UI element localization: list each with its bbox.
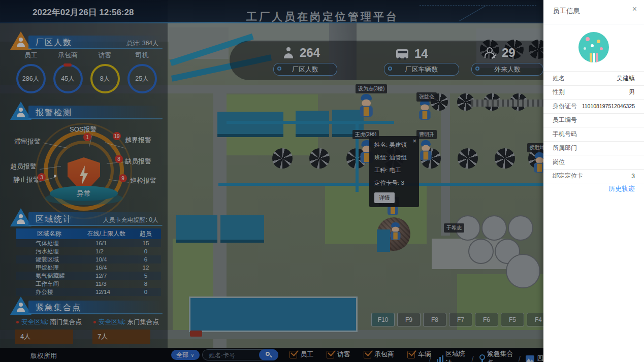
employee-info-panel: 员工信息 × 姓名 吴建镇 性别 男 身份证号 1101081975120463…: [543, 0, 644, 362]
bottom-menus: / 区域统计 / 紧急集合点 / 四: [429, 349, 543, 362]
region-table: 区域名称 在线/上限人数 超员 气体处理 16/1 15 污水处理 1/2 0 …: [16, 228, 161, 296]
table-row: 氨气储藏罐 12/7 5: [16, 272, 161, 280]
menu-region-stats[interactable]: 区域统计: [436, 349, 466, 362]
table-row: 气体处理 16/1 15: [16, 239, 161, 247]
donut-value: 25人: [130, 66, 155, 91]
alarm-label-understaff: 缺员报警: [125, 157, 151, 166]
donut-label: 访客: [86, 51, 123, 60]
donut-tick: [63, 63, 72, 67]
section-header-factory-count: 厂区人数 总计: 364人: [28, 36, 163, 49]
stat-value: 264: [300, 46, 320, 60]
worker-marker[interactable]: [417, 100, 432, 121]
total-count: 总计: 364人: [126, 39, 158, 48]
worker-marker[interactable]: [418, 140, 433, 161]
chevron-down-icon: ∨: [190, 352, 194, 358]
visitor-icon: [485, 47, 496, 58]
detail-button[interactable]: 详情: [374, 192, 395, 203]
datetime: 2022年02月26日 12:56:28: [33, 7, 134, 18]
section-title: 厂区人数: [36, 38, 72, 48]
alarm-label-linger: 滞留报警: [14, 137, 41, 146]
menu-map-view[interactable]: 四: [526, 354, 543, 362]
donut-ring: 8人: [90, 64, 120, 93]
panel-title: 员工信息: [553, 7, 580, 16]
sidebar: 厂区人数 总计: 364人 员工 286人 承包商 45人 访客: [0, 0, 168, 362]
table-row: 罐装区域 10/4 6: [16, 255, 161, 264]
zone-label: 安全区域:: [99, 318, 125, 326]
floor-button[interactable]: F10: [371, 313, 395, 326]
point-name: 东门集合点: [127, 318, 159, 326]
donut-value: 45人: [55, 66, 81, 91]
table-row: 污水处理 1/2 0: [16, 247, 161, 255]
field-row: 性别 男: [543, 86, 644, 100]
search-input[interactable]: [208, 350, 258, 360]
top-bar: 2022年02月26日 12:56:28 工厂人员在岗定位管理平台: [0, 0, 543, 23]
table-row: 甲烷处理 16/4 12: [16, 264, 161, 272]
map-label: 侯胜坤: [527, 143, 543, 152]
donut-ring: 286人: [16, 64, 46, 93]
section-header-alarm: 报警检测: [28, 106, 163, 119]
map-label: 设为志(3楼): [356, 84, 387, 93]
field-row: 身份证号 110108197512046325: [543, 100, 644, 114]
filter-checkbox[interactable]: 车辆: [407, 350, 431, 359]
worker-marker[interactable]: [389, 222, 402, 241]
floor-button[interactable]: F6: [475, 313, 498, 326]
history-track-link[interactable]: 历史轨迹: [608, 184, 635, 193]
field-value: 110108197512046325: [582, 103, 635, 109]
page-title: 工厂人员在岗定位管理平台: [223, 10, 422, 24]
floor-button[interactable]: F7: [449, 313, 472, 326]
filter-dropdown[interactable]: 全部 ∨: [171, 350, 200, 360]
bottom-bar: 版权所用 全部 ∨ 员工 访客 承包商 车辆: [0, 348, 543, 362]
person-type-donut: 访客 8人: [86, 51, 123, 93]
floor-button[interactable]: F8: [423, 313, 446, 326]
donut-label: 承包商: [49, 51, 86, 60]
tooltip-row: 工种: 电工: [374, 167, 415, 174]
checkbox-icon: [289, 351, 297, 358]
filter-checkbox[interactable]: 访客: [327, 350, 350, 359]
field-label: 姓名: [553, 74, 565, 83]
bus-icon: [396, 49, 408, 58]
topbar-decor: [420, 5, 536, 6]
donut-ring: 45人: [53, 64, 83, 93]
topbar-glowline: [0, 22, 543, 23]
divider: [543, 24, 644, 24]
alarm-badge-understaff: 8: [115, 155, 123, 163]
close-icon[interactable]: ×: [632, 5, 637, 14]
alarm-label-patrol: 巡检报警: [130, 176, 156, 185]
close-icon[interactable]: ×: [412, 137, 416, 145]
floor-button[interactable]: F5: [501, 313, 524, 326]
field-label: 岗位: [553, 158, 565, 167]
stat-value: 14: [414, 47, 428, 61]
filter-checkbox[interactable]: 承包商: [364, 350, 394, 359]
checkbox-label: 访客: [337, 350, 350, 359]
section-title: 区域统计: [36, 214, 72, 225]
field-row: 手机号码: [543, 127, 644, 142]
section-header-region-stats: 区域统计 人员卡充电提醒: 0人: [28, 212, 163, 226]
filter-checkbox[interactable]: 员工: [289, 350, 313, 359]
stat-label-factory-people: 厂区人数: [273, 63, 337, 76]
worker-marker[interactable]: [532, 152, 543, 174]
dot-icon: [16, 321, 19, 323]
tooltip-row: 定位卡号: 3: [374, 179, 415, 187]
dot-icon: [475, 67, 479, 71]
donut-value: 286人: [18, 66, 44, 91]
alarm-badge-crossing: 19: [113, 132, 121, 140]
search-button[interactable]: [259, 349, 278, 360]
menu-emergency-points[interactable]: 紧急集合点: [479, 349, 513, 362]
person-type-donut: 员工 286人: [12, 51, 49, 93]
checkbox-icon: [364, 351, 371, 358]
employee-fields: 姓名 吴建镇 性别 男 身份证号 110108197512046325 员工编号…: [543, 71, 644, 183]
table-row: 办公楼 12/14 0: [16, 288, 161, 296]
worker-marker[interactable]: [358, 94, 374, 118]
stat-value: 29: [502, 46, 516, 60]
alarm-badge-still: 3: [38, 173, 46, 181]
map-label: 于希志: [444, 223, 464, 233]
stat-outsiders: 29: [485, 46, 516, 60]
alarm-radar: 异常 SOS报警 1 越界报警 19 滞留报警 缺员报警 8 超员报警 静止报警…: [0, 121, 168, 208]
person-type-donut: 司机 25人: [123, 51, 160, 93]
field-value: 男: [629, 88, 635, 96]
dot-icon: [388, 67, 392, 71]
table-row: 工作车间 11/3 8: [16, 280, 161, 288]
field-value: 3: [631, 173, 635, 180]
search-box: [202, 349, 278, 360]
floor-button[interactable]: F9: [397, 313, 421, 326]
